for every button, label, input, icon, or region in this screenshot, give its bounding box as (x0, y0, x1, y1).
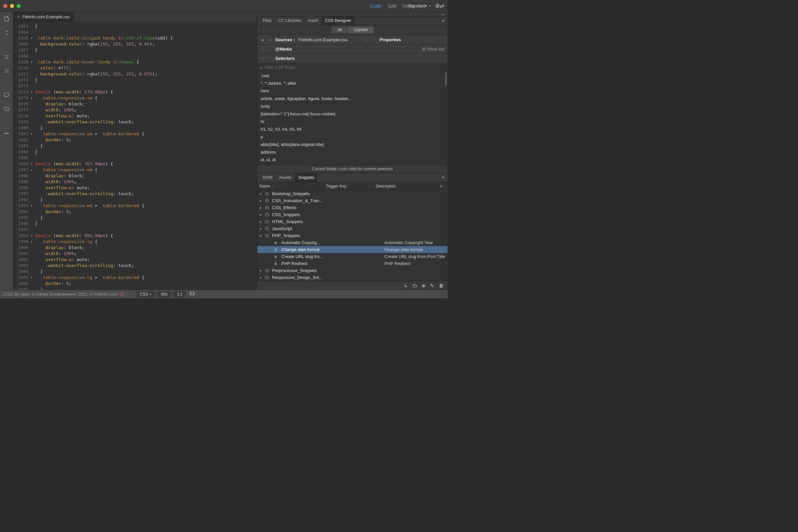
file-tab[interactable]: × FileInfo.com Example.css (13, 12, 74, 22)
chevron-down-icon[interactable]: ▾ (260, 234, 265, 238)
add-selector-icon[interactable]: + (261, 56, 265, 61)
selector-item[interactable]: [tabindex="-1"]:focus:not(:focus-visible… (258, 110, 448, 118)
folder-row[interactable]: ▸🗀Preprocessor_Snippets (258, 267, 448, 274)
selector-item[interactable]: article, aside, figcaption, figure, foot… (258, 95, 448, 102)
close-window-button[interactable] (3, 4, 7, 8)
selector-item[interactable]: ol, ul, dl (258, 156, 448, 164)
sync-settings-icon[interactable]: ⚙⇄ (435, 3, 444, 9)
sources-value[interactable]: FileInfo.com Example.css (298, 37, 347, 42)
seg-all[interactable]: All (331, 26, 348, 33)
filter-input[interactable] (265, 65, 445, 70)
selector-item[interactable]: p (258, 133, 448, 141)
panel-menu-icon[interactable]: ≡ (440, 184, 445, 189)
snippet-row[interactable]: 🗎PHP RedirectPHP Redirect (258, 260, 448, 267)
add-source-icon[interactable]: + (261, 37, 265, 42)
selector-item[interactable]: html (258, 87, 448, 95)
selector-item[interactable]: body (258, 102, 448, 110)
apply-comment-icon[interactable] (3, 68, 10, 74)
folder-row[interactable]: ▸🗀Bootstrap_Snippets (258, 190, 448, 197)
chevron-right-icon[interactable]: ▸ (260, 220, 265, 224)
close-tab-icon[interactable]: × (17, 15, 20, 19)
remove-property-icon[interactable]: − (373, 37, 376, 42)
minimize-window-button[interactable] (10, 4, 14, 8)
panel-tab-insert[interactable]: Insert (305, 17, 322, 25)
more-tools-icon[interactable]: ••• (3, 130, 10, 137)
selectors-list[interactable]: :root*, *::before, *::afterhtmlarticle, … (258, 72, 448, 165)
show-set-toggle[interactable]: ✓ Show Set (422, 47, 444, 52)
chevron-down-icon: ▾ (150, 292, 152, 296)
panel-tab-files[interactable]: Files (259, 17, 274, 25)
chevron-right-icon[interactable]: ▸ (260, 213, 265, 216)
folder-row[interactable]: ▸🗀Responsive_Design_Sni... (258, 274, 448, 281)
code-editor[interactable]: 1963196419651966196719681969197019711972… (13, 22, 257, 290)
titlebar: Code Split Design ▼ Standard ▾ ⚙⇄ (0, 0, 448, 12)
remove-media-icon[interactable]: − (268, 46, 272, 52)
chevron-right-icon[interactable]: ▸ (260, 192, 265, 195)
chevron-right-icon[interactable]: ▸ (260, 199, 265, 203)
new-snippet-icon[interactable]: ⊕ (422, 283, 425, 288)
folder-name: PHP_Snippets (272, 233, 300, 238)
folder-row[interactable]: ▸🗀CSS_Snippets (258, 211, 448, 218)
format-source-icon[interactable] (3, 54, 10, 60)
language-selector[interactable]: CSS▾ (137, 291, 155, 297)
selector-item[interactable]: h1, h2, h3, h4, h5, h6 (258, 125, 448, 133)
sort-asc-icon: ↑ (271, 184, 273, 188)
snippets-tree[interactable]: ▸🗀Bootstrap_Snippets▸🗀CSS_Animation_&_Tr… (258, 190, 448, 281)
snippet-row[interactable]: 🗎Change date formatChange date format (258, 246, 448, 253)
comment-icon[interactable] (3, 92, 10, 98)
view-tab-design[interactable]: Design (403, 3, 417, 8)
remove-selector-icon[interactable]: − (268, 56, 272, 61)
selector-item[interactable]: *, *::before, *::after (258, 79, 448, 87)
panel-menu-icon[interactable]: ≡ (441, 18, 448, 23)
chevron-right-icon[interactable]: ▸ (260, 227, 265, 230)
panel-tab-snippets[interactable]: Snippets (295, 173, 318, 182)
panel-tab-css-designer[interactable]: CSS Designer (322, 17, 355, 25)
edit-snippet-icon[interactable]: ✎ (430, 283, 434, 288)
selector-item[interactable]: :root (258, 72, 448, 79)
cursor-position[interactable]: 1:1 (174, 291, 186, 297)
folder-row[interactable]: ▾🗀PHP_Snippets (258, 232, 448, 239)
add-property-icon[interactable]: + (365, 37, 369, 42)
expand-panel-icon[interactable]: ▸▸ (441, 13, 445, 16)
folder-row[interactable]: ▸🗀CSS_Animation_&_Tran... (258, 197, 448, 204)
maximize-window-button[interactable] (17, 4, 21, 8)
folder-name: JavaScript (272, 226, 292, 231)
selector-item[interactable]: abbr[title], abbr[data-original-title] (258, 141, 448, 148)
seg-current[interactable]: Current (348, 26, 374, 33)
folder-row[interactable]: ▸🗀JavaScript (258, 225, 448, 232)
snippet-row[interactable]: 🗎Automatic Copyrig...Automatic Copyright… (258, 239, 448, 246)
recent-icon[interactable] (3, 106, 10, 112)
chevron-right-icon[interactable]: ▸ (260, 206, 265, 209)
show-set-label: Show Set (427, 47, 444, 52)
delete-snippet-icon[interactable]: 🗑 (439, 283, 443, 288)
view-dropdown-icon[interactable]: ▼ (424, 4, 428, 8)
scrollbar[interactable] (445, 73, 447, 86)
view-tab-split[interactable]: Split (387, 3, 396, 8)
panel-tab-dom[interactable]: DOM (259, 173, 276, 182)
chevron-right-icon[interactable]: ▸ (260, 269, 265, 272)
col-name[interactable]: Name ↑ (259, 184, 326, 189)
chevron-right-icon[interactable]: ▸ (260, 276, 265, 279)
col-desc[interactable]: Description (376, 184, 440, 189)
insert-mode[interactable]: INS (158, 291, 171, 297)
selector-item[interactable]: hr (258, 118, 448, 125)
panel-tab-assets[interactable]: Assets (276, 173, 295, 182)
error-icon[interactable]: ⓧ (120, 291, 124, 297)
folder-row[interactable]: ▸🗀HTML_Snippets (258, 218, 448, 225)
add-media-icon[interactable]: + (261, 46, 265, 52)
expand-collapse-icon[interactable] (3, 29, 10, 36)
view-tab-code[interactable]: Code (370, 3, 381, 8)
insert-snippet-icon[interactable]: ↳ (404, 283, 407, 288)
file-management-icon[interactable] (3, 15, 10, 22)
col-trigger[interactable]: Trigger Key (326, 184, 376, 189)
folder-row[interactable]: ▸🗀CSS_Effects (258, 204, 448, 211)
selector-item[interactable]: address (258, 148, 448, 156)
panel-tab-cc-libraries[interactable]: CC Libraries (274, 17, 304, 25)
panel-menu-icon[interactable]: ≡ (441, 175, 448, 180)
related-files-icon[interactable] (189, 291, 195, 297)
new-folder-icon[interactable]: 🗀 (412, 283, 417, 288)
remove-source-icon[interactable]: − (268, 37, 272, 42)
snippet-row[interactable]: 🗎Create URL slug fro...Create URL slug f… (258, 253, 448, 260)
file-tabs-bar: × FileInfo.com Example.css (13, 12, 257, 22)
checkbox-icon: ✓ (422, 47, 426, 51)
